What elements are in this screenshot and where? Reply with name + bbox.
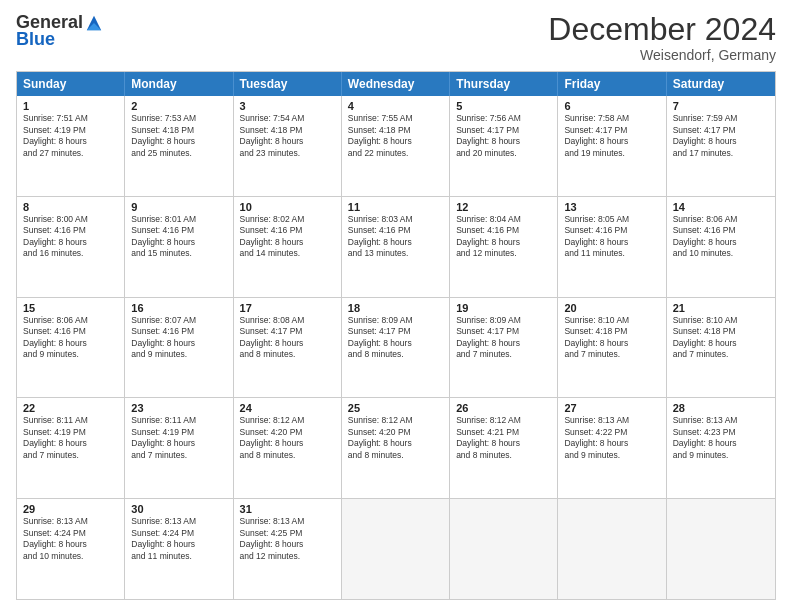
title-block: December 2024 Weisendorf, Germany bbox=[548, 12, 776, 63]
calendar-cell: 19Sunrise: 8:09 AM Sunset: 4:17 PM Dayli… bbox=[450, 298, 558, 398]
logo: General Blue bbox=[16, 12, 103, 50]
calendar-cell: 18Sunrise: 8:09 AM Sunset: 4:17 PM Dayli… bbox=[342, 298, 450, 398]
calendar-cell: 22Sunrise: 8:11 AM Sunset: 4:19 PM Dayli… bbox=[17, 398, 125, 498]
calendar-cell bbox=[558, 499, 666, 599]
subtitle: Weisendorf, Germany bbox=[548, 47, 776, 63]
cell-info: Sunrise: 8:02 AM Sunset: 4:16 PM Dayligh… bbox=[240, 214, 335, 260]
calendar: SundayMondayTuesdayWednesdayThursdayFrid… bbox=[16, 71, 776, 600]
cell-info: Sunrise: 8:13 AM Sunset: 4:24 PM Dayligh… bbox=[131, 516, 226, 562]
cell-info: Sunrise: 8:05 AM Sunset: 4:16 PM Dayligh… bbox=[564, 214, 659, 260]
header-day: Sunday bbox=[17, 72, 125, 96]
calendar-cell: 28Sunrise: 8:13 AM Sunset: 4:23 PM Dayli… bbox=[667, 398, 775, 498]
header-day: Thursday bbox=[450, 72, 558, 96]
calendar-cell: 1Sunrise: 7:51 AM Sunset: 4:19 PM Daylig… bbox=[17, 96, 125, 196]
cell-info: Sunrise: 7:56 AM Sunset: 4:17 PM Dayligh… bbox=[456, 113, 551, 159]
cell-info: Sunrise: 8:10 AM Sunset: 4:18 PM Dayligh… bbox=[673, 315, 769, 361]
calendar-cell: 7Sunrise: 7:59 AM Sunset: 4:17 PM Daylig… bbox=[667, 96, 775, 196]
calendar-cell: 16Sunrise: 8:07 AM Sunset: 4:16 PM Dayli… bbox=[125, 298, 233, 398]
day-number: 29 bbox=[23, 503, 118, 515]
cell-info: Sunrise: 8:12 AM Sunset: 4:21 PM Dayligh… bbox=[456, 415, 551, 461]
header-day: Saturday bbox=[667, 72, 775, 96]
calendar-cell: 26Sunrise: 8:12 AM Sunset: 4:21 PM Dayli… bbox=[450, 398, 558, 498]
header: General Blue December 2024 Weisendorf, G… bbox=[16, 12, 776, 63]
calendar-cell: 2Sunrise: 7:53 AM Sunset: 4:18 PM Daylig… bbox=[125, 96, 233, 196]
day-number: 24 bbox=[240, 402, 335, 414]
month-title: December 2024 bbox=[548, 12, 776, 47]
cell-info: Sunrise: 7:53 AM Sunset: 4:18 PM Dayligh… bbox=[131, 113, 226, 159]
calendar-cell: 29Sunrise: 8:13 AM Sunset: 4:24 PM Dayli… bbox=[17, 499, 125, 599]
calendar-cell: 9Sunrise: 8:01 AM Sunset: 4:16 PM Daylig… bbox=[125, 197, 233, 297]
calendar-cell: 17Sunrise: 8:08 AM Sunset: 4:17 PM Dayli… bbox=[234, 298, 342, 398]
calendar-cell bbox=[450, 499, 558, 599]
calendar-cell: 12Sunrise: 8:04 AM Sunset: 4:16 PM Dayli… bbox=[450, 197, 558, 297]
day-number: 6 bbox=[564, 100, 659, 112]
header-day: Wednesday bbox=[342, 72, 450, 96]
calendar-row: 22Sunrise: 8:11 AM Sunset: 4:19 PM Dayli… bbox=[17, 397, 775, 498]
calendar-cell: 10Sunrise: 8:02 AM Sunset: 4:16 PM Dayli… bbox=[234, 197, 342, 297]
day-number: 13 bbox=[564, 201, 659, 213]
day-number: 11 bbox=[348, 201, 443, 213]
day-number: 4 bbox=[348, 100, 443, 112]
calendar-row: 15Sunrise: 8:06 AM Sunset: 4:16 PM Dayli… bbox=[17, 297, 775, 398]
cell-info: Sunrise: 7:51 AM Sunset: 4:19 PM Dayligh… bbox=[23, 113, 118, 159]
day-number: 30 bbox=[131, 503, 226, 515]
cell-info: Sunrise: 8:12 AM Sunset: 4:20 PM Dayligh… bbox=[348, 415, 443, 461]
header-day: Monday bbox=[125, 72, 233, 96]
cell-info: Sunrise: 7:54 AM Sunset: 4:18 PM Dayligh… bbox=[240, 113, 335, 159]
calendar-body: 1Sunrise: 7:51 AM Sunset: 4:19 PM Daylig… bbox=[17, 96, 775, 599]
calendar-cell: 23Sunrise: 8:11 AM Sunset: 4:19 PM Dayli… bbox=[125, 398, 233, 498]
calendar-cell: 21Sunrise: 8:10 AM Sunset: 4:18 PM Dayli… bbox=[667, 298, 775, 398]
cell-info: Sunrise: 8:10 AM Sunset: 4:18 PM Dayligh… bbox=[564, 315, 659, 361]
cell-info: Sunrise: 8:13 AM Sunset: 4:23 PM Dayligh… bbox=[673, 415, 769, 461]
cell-info: Sunrise: 8:00 AM Sunset: 4:16 PM Dayligh… bbox=[23, 214, 118, 260]
day-number: 3 bbox=[240, 100, 335, 112]
cell-info: Sunrise: 8:13 AM Sunset: 4:24 PM Dayligh… bbox=[23, 516, 118, 562]
day-number: 2 bbox=[131, 100, 226, 112]
cell-info: Sunrise: 8:06 AM Sunset: 4:16 PM Dayligh… bbox=[23, 315, 118, 361]
day-number: 31 bbox=[240, 503, 335, 515]
cell-info: Sunrise: 8:01 AM Sunset: 4:16 PM Dayligh… bbox=[131, 214, 226, 260]
day-number: 23 bbox=[131, 402, 226, 414]
cell-info: Sunrise: 8:09 AM Sunset: 4:17 PM Dayligh… bbox=[456, 315, 551, 361]
calendar-cell: 20Sunrise: 8:10 AM Sunset: 4:18 PM Dayli… bbox=[558, 298, 666, 398]
page: General Blue December 2024 Weisendorf, G… bbox=[0, 0, 792, 612]
day-number: 20 bbox=[564, 302, 659, 314]
day-number: 16 bbox=[131, 302, 226, 314]
cell-info: Sunrise: 8:11 AM Sunset: 4:19 PM Dayligh… bbox=[23, 415, 118, 461]
logo-blue: Blue bbox=[16, 29, 55, 50]
day-number: 9 bbox=[131, 201, 226, 213]
day-number: 17 bbox=[240, 302, 335, 314]
calendar-header: SundayMondayTuesdayWednesdayThursdayFrid… bbox=[17, 72, 775, 96]
day-number: 26 bbox=[456, 402, 551, 414]
day-number: 8 bbox=[23, 201, 118, 213]
header-day: Tuesday bbox=[234, 72, 342, 96]
cell-info: Sunrise: 8:13 AM Sunset: 4:22 PM Dayligh… bbox=[564, 415, 659, 461]
cell-info: Sunrise: 8:11 AM Sunset: 4:19 PM Dayligh… bbox=[131, 415, 226, 461]
day-number: 5 bbox=[456, 100, 551, 112]
day-number: 25 bbox=[348, 402, 443, 414]
calendar-cell: 4Sunrise: 7:55 AM Sunset: 4:18 PM Daylig… bbox=[342, 96, 450, 196]
calendar-cell bbox=[342, 499, 450, 599]
calendar-cell bbox=[667, 499, 775, 599]
cell-info: Sunrise: 8:04 AM Sunset: 4:16 PM Dayligh… bbox=[456, 214, 551, 260]
cell-info: Sunrise: 8:09 AM Sunset: 4:17 PM Dayligh… bbox=[348, 315, 443, 361]
calendar-cell: 15Sunrise: 8:06 AM Sunset: 4:16 PM Dayli… bbox=[17, 298, 125, 398]
day-number: 15 bbox=[23, 302, 118, 314]
day-number: 1 bbox=[23, 100, 118, 112]
cell-info: Sunrise: 8:07 AM Sunset: 4:16 PM Dayligh… bbox=[131, 315, 226, 361]
cell-info: Sunrise: 7:59 AM Sunset: 4:17 PM Dayligh… bbox=[673, 113, 769, 159]
day-number: 7 bbox=[673, 100, 769, 112]
header-day: Friday bbox=[558, 72, 666, 96]
day-number: 27 bbox=[564, 402, 659, 414]
cell-info: Sunrise: 8:06 AM Sunset: 4:16 PM Dayligh… bbox=[673, 214, 769, 260]
calendar-row: 29Sunrise: 8:13 AM Sunset: 4:24 PM Dayli… bbox=[17, 498, 775, 599]
cell-info: Sunrise: 8:13 AM Sunset: 4:25 PM Dayligh… bbox=[240, 516, 335, 562]
calendar-cell: 11Sunrise: 8:03 AM Sunset: 4:16 PM Dayli… bbox=[342, 197, 450, 297]
calendar-cell: 6Sunrise: 7:58 AM Sunset: 4:17 PM Daylig… bbox=[558, 96, 666, 196]
day-number: 12 bbox=[456, 201, 551, 213]
cell-info: Sunrise: 7:55 AM Sunset: 4:18 PM Dayligh… bbox=[348, 113, 443, 159]
calendar-cell: 25Sunrise: 8:12 AM Sunset: 4:20 PM Dayli… bbox=[342, 398, 450, 498]
day-number: 18 bbox=[348, 302, 443, 314]
cell-info: Sunrise: 7:58 AM Sunset: 4:17 PM Dayligh… bbox=[564, 113, 659, 159]
calendar-cell: 30Sunrise: 8:13 AM Sunset: 4:24 PM Dayli… bbox=[125, 499, 233, 599]
